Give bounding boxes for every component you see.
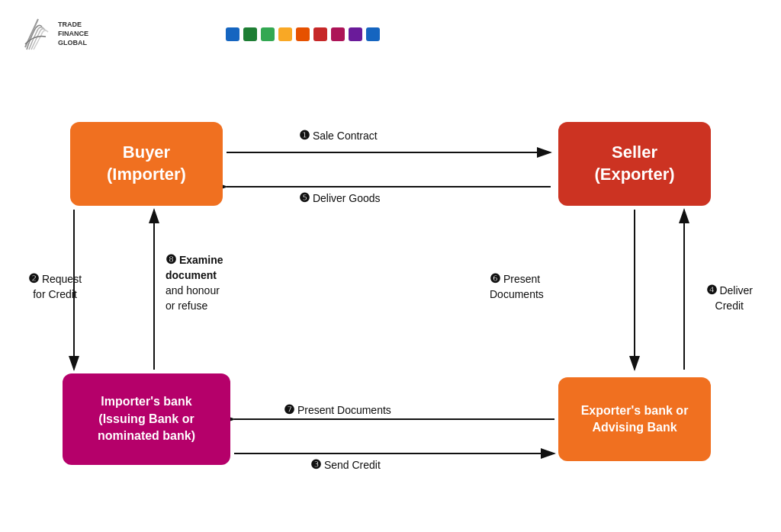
dot-8 <box>349 27 362 41</box>
dot-5 <box>296 27 310 41</box>
step6-label: ❻ PresentDocuments <box>490 271 544 303</box>
diagram: Buyer (Importer) Seller (Exporter) Impor… <box>24 76 757 503</box>
dot-3 <box>261 27 275 41</box>
step1-label: ❶ Sale Contract <box>299 128 378 143</box>
step5-label: ❺ Deliver Goods <box>299 191 381 205</box>
importer-bank-box: Importer's bank (Issuing Bank or nominat… <box>63 373 230 465</box>
page-container: TRADE FINANCE GLOBAL <box>0 0 781 532</box>
step4-label: ❹ DeliverCredit <box>706 282 753 314</box>
step3-label: ❸ Send Credit <box>310 457 381 472</box>
dot-1 <box>226 27 239 41</box>
step2-label: ❷ Requestfor Credit <box>28 271 82 303</box>
dot-2 <box>243 27 257 41</box>
logo-text: TRADE FINANCE GLOBAL <box>58 21 88 47</box>
seller-box: Seller (Exporter) <box>558 122 711 206</box>
dot-4 <box>278 27 292 41</box>
header: TRADE FINANCE GLOBAL <box>15 15 766 53</box>
step8-label: ❽ Examinedocumentand honouror refuse <box>166 252 223 313</box>
logo-area: TRADE FINANCE GLOBAL <box>23 15 88 53</box>
dot-6 <box>313 27 327 41</box>
tfg-logo-icon <box>23 15 53 53</box>
step7-label: ❼ Present Documents <box>284 402 391 417</box>
exporter-bank-box: Exporter's bank or Advising Bank <box>558 377 711 461</box>
dot-9 <box>366 27 380 41</box>
dot-7 <box>331 27 345 41</box>
buyer-box: Buyer (Importer) <box>70 122 223 206</box>
color-dots <box>226 27 380 41</box>
